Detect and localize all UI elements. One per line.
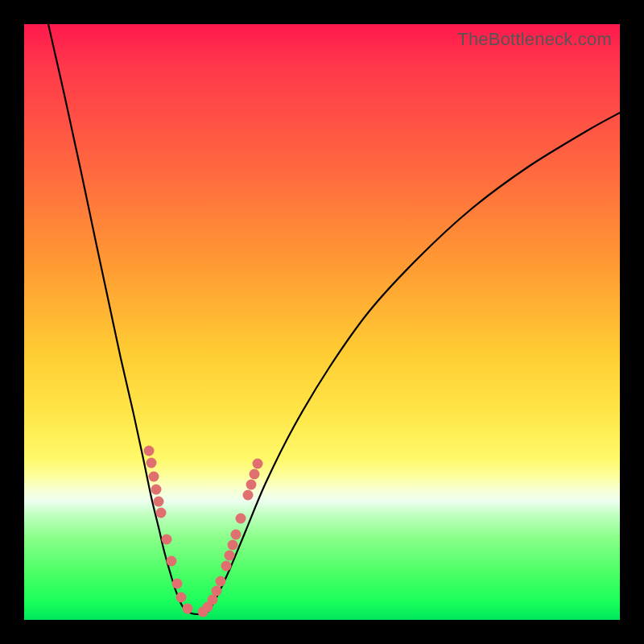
plot-area: TheBottleneck.com [24, 24, 620, 620]
data-point [216, 576, 226, 587]
data-point [221, 561, 232, 572]
curve-path [48, 24, 620, 614]
data-point [243, 490, 254, 501]
data-point [228, 540, 238, 551]
data-point [225, 551, 235, 561]
data-point [172, 579, 183, 589]
data-point [149, 472, 159, 482]
data-point [162, 535, 172, 545]
data-point [246, 480, 257, 490]
chart-frame: TheBottleneck.com [0, 0, 644, 644]
data-point [176, 592, 187, 603]
data-point [212, 586, 222, 597]
data-point [253, 459, 263, 469]
data-point [147, 458, 157, 469]
data-point [236, 514, 246, 524]
data-point [231, 530, 242, 540]
data-point [167, 556, 177, 567]
data-point [144, 446, 155, 456]
bottleneck-curve [24, 24, 620, 620]
data-point [250, 469, 260, 480]
data-point [151, 485, 162, 495]
data-point [154, 497, 164, 507]
data-point [156, 508, 167, 518]
data-point [183, 604, 193, 614]
